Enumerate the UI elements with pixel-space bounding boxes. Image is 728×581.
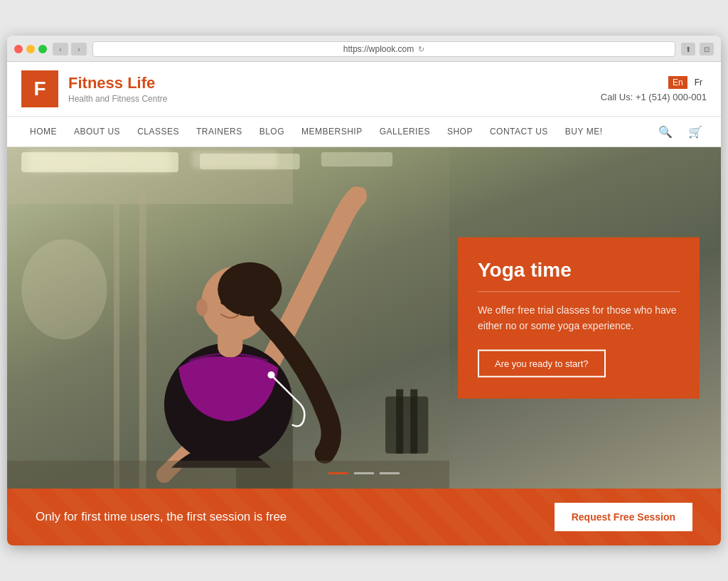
promo-title: Yoga time bbox=[478, 259, 680, 282]
promo-box: Yoga time We offer free trial classes fo… bbox=[458, 238, 700, 399]
logo-box: F bbox=[21, 70, 58, 107]
nav-buyme[interactable]: BUY ME! bbox=[557, 117, 611, 146]
browser-nav-buttons: ‹ › bbox=[53, 43, 87, 55]
slider-dot-2[interactable] bbox=[354, 472, 374, 474]
nav-membership[interactable]: MEMBERSHIP bbox=[293, 117, 371, 146]
promo-banner: Only for first time users, the first ses… bbox=[7, 489, 721, 545]
site-tagline: Health and Fitness Centre bbox=[68, 94, 167, 104]
svg-rect-16 bbox=[7, 461, 449, 489]
svg-rect-1 bbox=[21, 152, 178, 172]
slider-dots bbox=[328, 472, 400, 474]
nav-trainers[interactable]: TRAINERS bbox=[188, 117, 251, 146]
url-text: https://wplook.com bbox=[343, 44, 414, 54]
phone-number: Call Us: +1 (514) 000-001 bbox=[601, 92, 707, 102]
traffic-lights bbox=[14, 45, 47, 53]
svg-rect-2 bbox=[200, 154, 300, 169]
hero-woman-figure bbox=[7, 147, 449, 489]
hero-section: Yoga time We offer free trial classes fo… bbox=[7, 147, 721, 489]
language-switcher: En Fr bbox=[668, 76, 707, 89]
promo-text: We offer free trial classes for those wh… bbox=[478, 302, 680, 334]
free-session-button[interactable]: Request Free Session bbox=[555, 503, 692, 531]
banner-text: Only for first time users, the first ses… bbox=[36, 510, 287, 524]
nav-blog[interactable]: BLOG bbox=[251, 117, 293, 146]
svg-point-11 bbox=[196, 299, 208, 316]
reload-icon[interactable]: ↻ bbox=[418, 45, 424, 54]
promo-cta-button[interactable]: Are you ready to start? bbox=[478, 349, 606, 377]
search-icon[interactable]: 🔍 bbox=[654, 118, 677, 146]
site-name: Fitness Life bbox=[68, 74, 167, 92]
site-identity: Fitness Life Health and Fitness Centre bbox=[68, 74, 167, 104]
nav-classes[interactable]: CLASSES bbox=[129, 117, 188, 146]
site-header: F Fitness Life Health and Fitness Centre… bbox=[7, 62, 721, 117]
nav-shop[interactable]: SHOP bbox=[439, 117, 481, 146]
nav-contact[interactable]: CONTACT US bbox=[481, 117, 557, 146]
svg-rect-14 bbox=[396, 389, 403, 453]
svg-point-10 bbox=[218, 262, 282, 316]
browser-chrome: ‹ › https://wplook.com ↻ ⬆ ⊡ bbox=[7, 36, 721, 62]
svg-rect-15 bbox=[410, 389, 417, 453]
nav-galleries[interactable]: GALLERIES bbox=[371, 117, 439, 146]
svg-rect-4 bbox=[139, 189, 146, 489]
nav-icons: 🔍 🛒 bbox=[654, 118, 707, 146]
back-button[interactable]: ‹ bbox=[53, 43, 68, 55]
svg-point-7 bbox=[267, 371, 274, 378]
svg-rect-3 bbox=[321, 152, 392, 166]
slider-dot-3[interactable] bbox=[380, 472, 400, 474]
svg-point-12 bbox=[220, 299, 229, 305]
browser-actions: ⬆ ⊡ bbox=[681, 43, 714, 55]
close-button[interactable] bbox=[14, 45, 23, 53]
fullscreen-button[interactable]: ⊡ bbox=[700, 43, 714, 55]
cart-icon[interactable]: 🛒 bbox=[684, 118, 707, 146]
nav-home[interactable]: HOME bbox=[21, 117, 65, 146]
lang-fr-button[interactable]: Fr bbox=[690, 76, 707, 89]
promo-divider bbox=[478, 292, 680, 292]
browser-window: ‹ › https://wplook.com ↻ ⬆ ⊡ F Fitness L… bbox=[7, 36, 721, 545]
svg-rect-13 bbox=[385, 396, 428, 453]
header-right: En Fr Call Us: +1 (514) 000-001 bbox=[601, 76, 707, 102]
website: F Fitness Life Health and Fitness Centre… bbox=[7, 62, 721, 545]
forward-button[interactable]: › bbox=[71, 43, 87, 55]
svg-point-17 bbox=[21, 240, 107, 340]
nav-about[interactable]: ABOUT US bbox=[65, 117, 129, 146]
maximize-button[interactable] bbox=[38, 45, 47, 53]
share-button[interactable]: ⬆ bbox=[681, 43, 695, 55]
minimize-button[interactable] bbox=[26, 45, 35, 53]
logo-letter: F bbox=[33, 78, 46, 100]
nav-items: HOME ABOUT US CLASSES TRAINERS BLOG MEMB… bbox=[21, 117, 654, 146]
lang-en-button[interactable]: En bbox=[668, 76, 687, 89]
main-nav: HOME ABOUT US CLASSES TRAINERS BLOG MEMB… bbox=[7, 117, 721, 147]
slider-dot-1[interactable] bbox=[328, 472, 348, 474]
address-bar[interactable]: https://wplook.com ↻ bbox=[92, 41, 675, 57]
